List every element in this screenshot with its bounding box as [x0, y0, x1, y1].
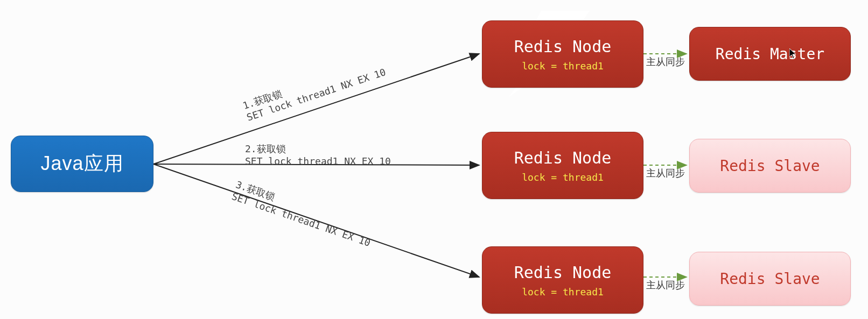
- redis-node-1-sub: lock = thread1: [522, 60, 604, 72]
- redis-master-title: Redis Master: [716, 45, 824, 63]
- redis-node-2: Redis Node lock = thread1: [482, 132, 643, 199]
- redis-node-1-title: Redis Node: [514, 37, 612, 56]
- edge-label-1: 1.获取锁 SET lock thread1 NX EX 10: [241, 54, 387, 123]
- redis-node-3-sub: lock = thread1: [522, 286, 604, 297]
- cursor-icon: [789, 48, 797, 59]
- edge-label-2: 2.获取锁 SET lock thread1 NX EX 10: [245, 143, 391, 167]
- java-app-label: Java应用: [40, 151, 123, 177]
- redis-slave-1-title: Redis Slave: [720, 157, 820, 175]
- redis-node-2-title: Redis Node: [514, 148, 612, 167]
- redis-node-2-sub: lock = thread1: [522, 172, 604, 183]
- redis-node-1: Redis Node lock = thread1: [482, 20, 643, 88]
- edge-label-3: 3.获取锁 SET lock thread1 NX EX 10: [230, 178, 376, 249]
- sync-label-3: 主从同步: [646, 279, 685, 292]
- redis-node-3: Redis Node lock = thread1: [482, 246, 643, 314]
- java-app-node: Java应用: [11, 136, 153, 192]
- redis-master-node: Redis Master: [689, 27, 851, 81]
- redis-slave-2: Redis Slave: [689, 252, 851, 306]
- redis-node-3-title: Redis Node: [514, 263, 612, 282]
- redis-slave-2-title: Redis Slave: [720, 270, 820, 288]
- redis-slave-1: Redis Slave: [689, 139, 851, 193]
- sync-label-1: 主从同步: [646, 55, 685, 68]
- sync-label-2: 主从同步: [646, 167, 685, 180]
